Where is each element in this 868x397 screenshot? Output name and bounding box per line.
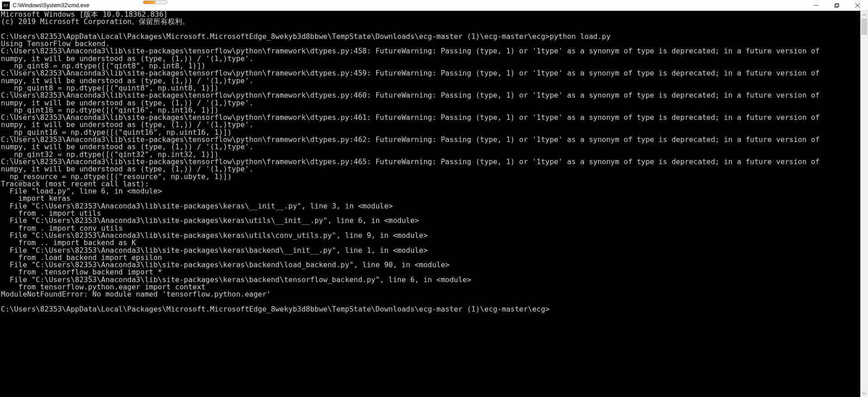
- chevron-down-icon: [862, 392, 866, 395]
- scrollbar[interactable]: [860, 11, 868, 397]
- minimize-icon: [814, 3, 818, 8]
- terminal-wrap: Microsoft Windows [版本 10.0.18362.836] (c…: [0, 11, 868, 397]
- scroll-down-button[interactable]: [860, 389, 868, 397]
- cmd-window: C:\ C:\Windows\System32\cmd.exe Microsof…: [0, 0, 868, 397]
- maximize-icon: [835, 3, 839, 8]
- svg-rect-0: [835, 4, 838, 7]
- chevron-up-icon: [862, 14, 866, 16]
- progress-indicator: [143, 0, 167, 4]
- window-title: C:\Windows\System32\cmd.exe: [13, 2, 89, 9]
- scroll-up-button[interactable]: [860, 11, 868, 19]
- scrollbar-thumb[interactable]: [861, 19, 867, 35]
- svg-rect-1: [836, 3, 839, 6]
- titlebar[interactable]: C:\ C:\Windows\System32\cmd.exe: [0, 0, 868, 11]
- terminal-output[interactable]: Microsoft Windows [版本 10.0.18362.836] (c…: [0, 11, 860, 397]
- minimize-button[interactable]: [806, 0, 826, 10]
- close-icon: [855, 3, 860, 8]
- cmd-app-icon: C:\: [2, 1, 10, 9]
- close-button[interactable]: [847, 0, 868, 10]
- scrollbar-track[interactable]: [860, 19, 868, 389]
- maximize-button[interactable]: [826, 0, 847, 10]
